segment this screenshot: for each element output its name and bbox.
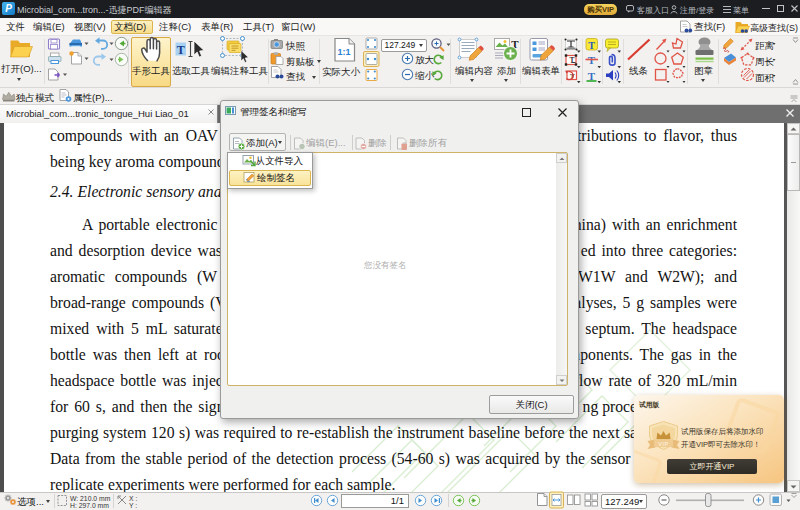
svg-text:VIP: VIP: [658, 441, 668, 447]
